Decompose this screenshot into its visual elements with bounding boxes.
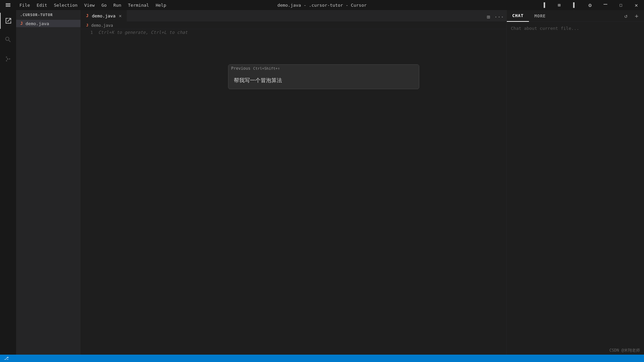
- generate-header-left: Previous Ctrl+Shift+↑: [231, 66, 280, 71]
- title-bar-controls: ▐ ⊞ ▌ ⚙ ─ □ ✕: [536, 0, 644, 10]
- generate-input-text: 帮我写一个冒泡算法: [234, 77, 282, 84]
- panel-tab-actions: ↺ +: [621, 11, 644, 20]
- generate-popup: Previous Ctrl+Shift+↑ 帮我写一个冒泡算法: [228, 64, 419, 89]
- menu-selection[interactable]: Selection: [51, 0, 81, 10]
- layout-toggle-1[interactable]: ▐: [536, 0, 551, 10]
- generate-popup-header: Previous Ctrl+Shift+↑: [228, 65, 419, 72]
- add-chat-button[interactable]: +: [632, 11, 641, 20]
- right-panel: CHAT MORE ↺ + Chat about current file...: [506, 10, 644, 355]
- previous-shortcut: Ctrl+Shift+↑: [253, 66, 280, 71]
- maximize-button[interactable]: □: [613, 0, 629, 10]
- svg-rect-0: [6, 3, 10, 4]
- status-bar-left: ⎇: [3, 355, 10, 362]
- breadcrumb-path: demo.java: [91, 23, 113, 28]
- tab-java-icon: J: [85, 13, 90, 18]
- git-icon: ⎇: [4, 356, 9, 361]
- settings-button[interactable]: ⚙: [582, 0, 598, 10]
- code-hint-text: Ctrl+K to generate, Ctrl+L to chat: [98, 30, 187, 35]
- svg-rect-2: [6, 6, 10, 7]
- generate-popup-body[interactable]: 帮我写一个冒泡算法: [228, 72, 419, 89]
- sidebar-title: .CURSOR-TUTOR: [16, 10, 80, 20]
- breadcrumb-java-icon: J: [85, 23, 90, 27]
- layout-toggle-2[interactable]: ⊞: [551, 0, 567, 10]
- activity-bar: [0, 10, 16, 355]
- watermark: CSDN @米翔老师: [609, 348, 640, 353]
- menu-file[interactable]: File: [16, 0, 33, 10]
- right-panel-header: CHAT MORE ↺ +: [507, 10, 644, 22]
- main-layout: .CURSOR-TUTOR J demo.java J demo.java ✕ …: [0, 10, 644, 355]
- java-file-icon: J: [19, 21, 24, 26]
- title-bar: File Edit Selection View Go Run Terminal…: [0, 0, 644, 10]
- menu-edit[interactable]: Edit: [33, 0, 50, 10]
- menu-terminal[interactable]: Terminal: [125, 0, 153, 10]
- tab-filename: demo.java: [92, 13, 115, 18]
- svg-rect-1: [6, 5, 10, 5]
- sidebar: .CURSOR-TUTOR J demo.java: [16, 10, 80, 355]
- explorer-icon[interactable]: [0, 13, 16, 29]
- tab-demo-java[interactable]: J demo.java ✕: [80, 10, 127, 21]
- tab-close-button[interactable]: ✕: [117, 13, 123, 18]
- line-number-1: 1: [83, 29, 93, 36]
- close-button[interactable]: ✕: [629, 0, 644, 10]
- panel-tab-chat[interactable]: CHAT: [507, 10, 529, 22]
- more-actions-button[interactable]: ···: [494, 12, 504, 21]
- title-bar-left: File Edit Selection View Go Run Terminal…: [0, 0, 169, 10]
- window-title: demo.java - .cursor-tutor - Cursor: [277, 3, 367, 8]
- minimize-button[interactable]: ─: [598, 0, 613, 10]
- line-numbers: 1: [80, 29, 96, 355]
- status-bar: ⎇: [0, 355, 644, 362]
- chat-placeholder: Chat about current file...: [511, 26, 640, 31]
- menu-go[interactable]: Go: [98, 0, 110, 10]
- history-button[interactable]: ↺: [621, 11, 631, 20]
- sidebar-item-demo-java[interactable]: J demo.java: [16, 20, 80, 27]
- menu-bar: File Edit Selection View Go Run Terminal…: [16, 0, 169, 10]
- layout-toggle-3[interactable]: ▌: [567, 0, 582, 10]
- previous-label[interactable]: Previous: [231, 66, 251, 71]
- menu-view[interactable]: View: [81, 0, 98, 10]
- app-menu-icon[interactable]: [0, 0, 16, 10]
- source-control-icon[interactable]: [0, 50, 16, 66]
- panel-tab-more[interactable]: MORE: [529, 10, 551, 22]
- sidebar-filename: demo.java: [25, 21, 49, 26]
- menu-help[interactable]: Help: [152, 0, 169, 10]
- right-panel-content: Chat about current file...: [507, 22, 644, 355]
- breadcrumb: J demo.java: [80, 22, 506, 29]
- tab-bar: J demo.java ✕ ⊞ ···: [80, 10, 506, 22]
- code-editor[interactable]: 1 Ctrl+K to generate, Ctrl+L to chat Pre…: [80, 29, 506, 355]
- tab-bar-actions: ⊞ ···: [484, 12, 506, 21]
- menu-run[interactable]: Run: [110, 0, 124, 10]
- git-branch-status[interactable]: ⎇: [3, 355, 10, 362]
- split-editor-button[interactable]: ⊞: [484, 12, 493, 21]
- editor-area: J demo.java ✕ ⊞ ··· J demo.java 1 Ctrl+K…: [80, 10, 506, 355]
- search-icon[interactable]: [0, 32, 16, 48]
